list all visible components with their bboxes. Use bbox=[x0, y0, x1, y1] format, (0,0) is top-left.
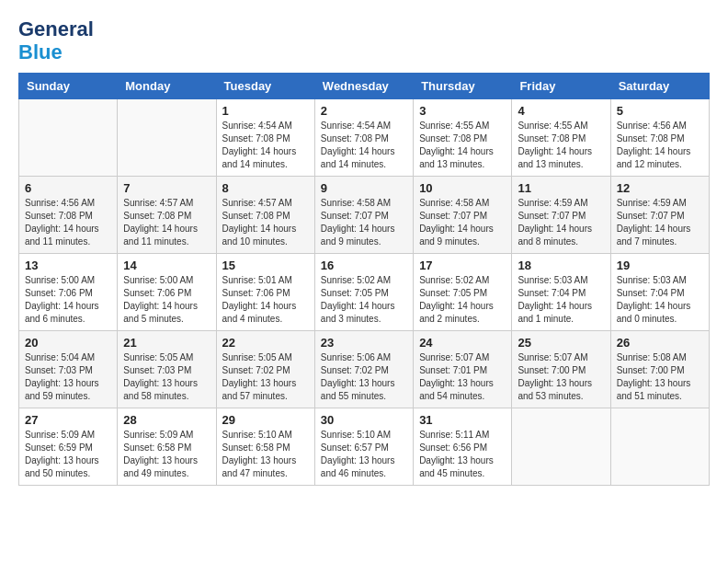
day-info: Sunrise: 4:54 AM Sunset: 7:08 PM Dayligh… bbox=[222, 120, 309, 171]
day-number: 23 bbox=[321, 336, 407, 350]
day-info: Sunrise: 4:58 AM Sunset: 7:07 PM Dayligh… bbox=[321, 197, 407, 248]
header-cell-thursday: Thursday bbox=[414, 74, 512, 99]
day-info: Sunrise: 5:01 AM Sunset: 7:06 PM Dayligh… bbox=[222, 274, 309, 326]
day-info: Sunrise: 5:02 AM Sunset: 7:05 PM Dayligh… bbox=[419, 274, 506, 326]
calendar-week-5: 27Sunrise: 5:09 AM Sunset: 6:59 PM Dayli… bbox=[19, 408, 710, 486]
day-info: Sunrise: 4:59 AM Sunset: 7:07 PM Dayligh… bbox=[518, 197, 604, 248]
day-number: 1 bbox=[222, 104, 309, 118]
day-info: Sunrise: 5:09 AM Sunset: 6:58 PM Dayligh… bbox=[123, 429, 210, 480]
day-info: Sunrise: 4:58 AM Sunset: 7:07 PM Dayligh… bbox=[419, 197, 506, 248]
day-number: 5 bbox=[617, 104, 703, 118]
day-info: Sunrise: 5:10 AM Sunset: 6:57 PM Dayligh… bbox=[321, 429, 407, 480]
calendar-cell: 20Sunrise: 5:04 AM Sunset: 7:03 PM Dayli… bbox=[19, 331, 118, 408]
day-info: Sunrise: 5:03 AM Sunset: 7:04 PM Dayligh… bbox=[518, 274, 604, 326]
day-number: 26 bbox=[617, 336, 703, 350]
day-info: Sunrise: 4:55 AM Sunset: 7:08 PM Dayligh… bbox=[419, 120, 506, 171]
day-number: 4 bbox=[518, 104, 604, 118]
day-info: Sunrise: 5:03 AM Sunset: 7:04 PM Dayligh… bbox=[617, 274, 703, 326]
day-number: 15 bbox=[222, 259, 309, 272]
day-number: 22 bbox=[222, 336, 309, 350]
calendar-cell: 27Sunrise: 5:09 AM Sunset: 6:59 PM Dayli… bbox=[19, 408, 118, 486]
day-info: Sunrise: 5:00 AM Sunset: 7:06 PM Dayligh… bbox=[25, 274, 111, 326]
day-info: Sunrise: 4:54 AM Sunset: 7:08 PM Dayligh… bbox=[321, 120, 407, 171]
calendar-cell: 4Sunrise: 4:55 AM Sunset: 7:08 PM Daylig… bbox=[512, 99, 610, 177]
calendar-week-3: 13Sunrise: 5:00 AM Sunset: 7:06 PM Dayli… bbox=[19, 254, 710, 331]
calendar-cell: 8Sunrise: 4:57 AM Sunset: 7:08 PM Daylig… bbox=[216, 177, 314, 254]
calendar-cell: 22Sunrise: 5:05 AM Sunset: 7:02 PM Dayli… bbox=[216, 331, 314, 408]
day-info: Sunrise: 5:04 AM Sunset: 7:03 PM Dayligh… bbox=[25, 351, 111, 403]
logo: General Blue bbox=[18, 18, 96, 63]
header-cell-saturday: Saturday bbox=[610, 74, 709, 99]
day-info: Sunrise: 5:09 AM Sunset: 6:59 PM Dayligh… bbox=[25, 429, 111, 480]
calendar-week-2: 6Sunrise: 4:56 AM Sunset: 7:08 PM Daylig… bbox=[19, 177, 710, 254]
day-number: 12 bbox=[617, 181, 703, 195]
calendar-cell: 3Sunrise: 4:55 AM Sunset: 7:08 PM Daylig… bbox=[414, 99, 512, 177]
calendar-cell: 13Sunrise: 5:00 AM Sunset: 7:06 PM Dayli… bbox=[19, 254, 118, 331]
calendar-cell: 28Sunrise: 5:09 AM Sunset: 6:58 PM Dayli… bbox=[118, 408, 216, 486]
day-number: 8 bbox=[222, 181, 309, 195]
day-number: 29 bbox=[222, 413, 309, 427]
calendar-cell: 31Sunrise: 5:11 AM Sunset: 6:56 PM Dayli… bbox=[414, 408, 512, 486]
calendar-table: SundayMondayTuesdayWednesdayThursdayFrid… bbox=[18, 73, 710, 486]
calendar-cell: 19Sunrise: 5:03 AM Sunset: 7:04 PM Dayli… bbox=[610, 254, 709, 331]
day-number: 18 bbox=[518, 259, 604, 272]
day-info: Sunrise: 4:57 AM Sunset: 7:08 PM Dayligh… bbox=[123, 197, 210, 248]
day-info: Sunrise: 4:55 AM Sunset: 7:08 PM Dayligh… bbox=[518, 120, 604, 171]
day-number: 2 bbox=[321, 104, 407, 118]
calendar-cell bbox=[512, 408, 610, 486]
day-info: Sunrise: 4:56 AM Sunset: 7:08 PM Dayligh… bbox=[25, 197, 111, 248]
day-info: Sunrise: 4:59 AM Sunset: 7:07 PM Dayligh… bbox=[617, 197, 703, 248]
calendar-cell bbox=[118, 99, 216, 177]
calendar-week-4: 20Sunrise: 5:04 AM Sunset: 7:03 PM Dayli… bbox=[19, 331, 710, 408]
day-number: 11 bbox=[518, 181, 604, 195]
header-cell-sunday: Sunday bbox=[19, 74, 118, 99]
day-info: Sunrise: 5:06 AM Sunset: 7:02 PM Dayligh… bbox=[321, 351, 407, 403]
day-info: Sunrise: 5:05 AM Sunset: 7:02 PM Dayligh… bbox=[222, 351, 309, 403]
day-info: Sunrise: 5:11 AM Sunset: 6:56 PM Dayligh… bbox=[419, 429, 506, 480]
day-number: 24 bbox=[419, 336, 506, 350]
calendar-cell: 5Sunrise: 4:56 AM Sunset: 7:08 PM Daylig… bbox=[610, 99, 709, 177]
calendar-cell: 14Sunrise: 5:00 AM Sunset: 7:06 PM Dayli… bbox=[118, 254, 216, 331]
day-info: Sunrise: 5:07 AM Sunset: 7:00 PM Dayligh… bbox=[518, 351, 604, 403]
calendar-cell bbox=[610, 408, 709, 486]
day-number: 27 bbox=[25, 413, 111, 427]
calendar-body: 1Sunrise: 4:54 AM Sunset: 7:08 PM Daylig… bbox=[19, 99, 710, 486]
calendar-header: SundayMondayTuesdayWednesdayThursdayFrid… bbox=[19, 74, 710, 99]
calendar-cell: 23Sunrise: 5:06 AM Sunset: 7:02 PM Dayli… bbox=[314, 331, 413, 408]
calendar-cell: 9Sunrise: 4:58 AM Sunset: 7:07 PM Daylig… bbox=[314, 177, 413, 254]
calendar-cell: 25Sunrise: 5:07 AM Sunset: 7:00 PM Dayli… bbox=[512, 331, 610, 408]
calendar-cell bbox=[19, 99, 118, 177]
day-number: 31 bbox=[419, 413, 506, 427]
day-number: 7 bbox=[123, 181, 210, 195]
header-cell-wednesday: Wednesday bbox=[314, 74, 413, 99]
day-info: Sunrise: 5:00 AM Sunset: 7:06 PM Dayligh… bbox=[123, 274, 210, 326]
calendar-cell: 7Sunrise: 4:57 AM Sunset: 7:08 PM Daylig… bbox=[118, 177, 216, 254]
calendar-cell: 30Sunrise: 5:10 AM Sunset: 6:57 PM Dayli… bbox=[314, 408, 413, 486]
header-row: SundayMondayTuesdayWednesdayThursdayFrid… bbox=[19, 74, 710, 99]
day-number: 6 bbox=[25, 181, 111, 195]
calendar-cell: 10Sunrise: 4:58 AM Sunset: 7:07 PM Dayli… bbox=[414, 177, 512, 254]
calendar-cell: 26Sunrise: 5:08 AM Sunset: 7:00 PM Dayli… bbox=[610, 331, 709, 408]
day-info: Sunrise: 4:56 AM Sunset: 7:08 PM Dayligh… bbox=[617, 120, 703, 171]
day-info: Sunrise: 4:57 AM Sunset: 7:08 PM Dayligh… bbox=[222, 197, 309, 248]
day-number: 28 bbox=[123, 413, 210, 427]
day-info: Sunrise: 5:10 AM Sunset: 6:58 PM Dayligh… bbox=[222, 429, 309, 480]
logo-subtext: Blue bbox=[18, 41, 96, 63]
calendar-cell: 29Sunrise: 5:10 AM Sunset: 6:58 PM Dayli… bbox=[216, 408, 314, 486]
day-number: 21 bbox=[123, 336, 210, 350]
day-info: Sunrise: 5:08 AM Sunset: 7:00 PM Dayligh… bbox=[617, 351, 703, 403]
day-number: 17 bbox=[419, 259, 506, 272]
day-number: 14 bbox=[123, 259, 210, 272]
calendar-week-1: 1Sunrise: 4:54 AM Sunset: 7:08 PM Daylig… bbox=[19, 99, 710, 177]
day-number: 13 bbox=[25, 259, 111, 272]
header-cell-tuesday: Tuesday bbox=[216, 74, 314, 99]
calendar-cell: 1Sunrise: 4:54 AM Sunset: 7:08 PM Daylig… bbox=[216, 99, 314, 177]
day-number: 16 bbox=[321, 259, 407, 272]
header-cell-monday: Monday bbox=[118, 74, 216, 99]
calendar-cell: 15Sunrise: 5:01 AM Sunset: 7:06 PM Dayli… bbox=[216, 254, 314, 331]
calendar-cell: 18Sunrise: 5:03 AM Sunset: 7:04 PM Dayli… bbox=[512, 254, 610, 331]
header-cell-friday: Friday bbox=[512, 74, 610, 99]
calendar-cell: 6Sunrise: 4:56 AM Sunset: 7:08 PM Daylig… bbox=[19, 177, 118, 254]
calendar-cell: 11Sunrise: 4:59 AM Sunset: 7:07 PM Dayli… bbox=[512, 177, 610, 254]
day-number: 3 bbox=[419, 104, 506, 118]
